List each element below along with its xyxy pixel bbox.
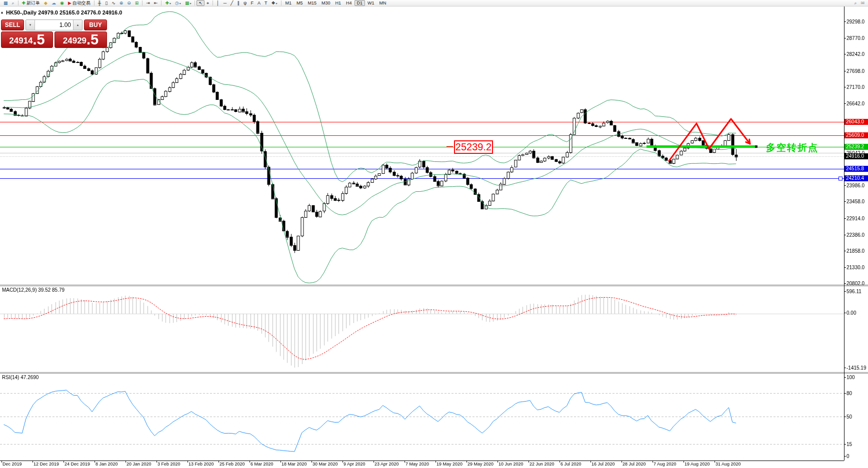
price-line-badge[interactable]: 24916.0 (844, 153, 868, 159)
search-icon[interactable]: ⌕ (852, 0, 858, 6)
timeframe-h4[interactable]: H4 (344, 0, 354, 6)
chevron-down-icon: ▾ (180, 1, 181, 5)
bar-chart-icon[interactable]: ╫ (96, 0, 103, 6)
price-axis-tick: 26642.0 (846, 101, 864, 106)
macd-label: MACD(12,26,9) 39.52 85.79 (2, 287, 64, 293)
price-level-label[interactable]: 25239.2 (454, 140, 493, 154)
chevron-down-icon: ▾ (190, 1, 191, 5)
timeframe-w1[interactable]: W1 (365, 0, 377, 6)
timeframe-m30[interactable]: M30 (319, 0, 333, 6)
timeframe-m15[interactable]: M15 (306, 0, 320, 6)
tile-windows-icon[interactable]: ⊞ (133, 0, 141, 6)
price-axis-tick: 28242.0 (846, 51, 864, 57)
timeframe-h1[interactable]: H1 (333, 0, 344, 6)
price-axis-tick: 21858.0 (846, 248, 864, 254)
fibonacci-icon[interactable]: F (248, 0, 256, 6)
highlighter-icon[interactable]: ◆ (42, 0, 50, 6)
date-axis-label: 29 May 2020 (468, 462, 494, 467)
chart-canvas[interactable] (0, 0, 868, 468)
date-axis-label: 13 Feb 2020 (188, 462, 214, 467)
trendline-icon[interactable]: ╱ (228, 0, 235, 6)
cursor-icon[interactable]: ↖ (196, 0, 204, 6)
horizontal-line-icon[interactable]: ─ (222, 0, 228, 6)
date-axis-label: 19 May 2020 (436, 462, 462, 467)
volume-stepper: ▾ 1.00 ▴ (26, 19, 82, 30)
pivot-note-text[interactable]: 多空转折点 (766, 141, 818, 154)
templates-button: ▦ (185, 0, 190, 5)
volume-up-button[interactable]: ▴ (73, 20, 82, 30)
trendline-icon: ╱ (230, 0, 233, 5)
toolbar-separator (142, 0, 142, 5)
sell-button[interactable]: SELL (1, 19, 24, 30)
price-line-badge[interactable]: 25609.0 (844, 132, 868, 138)
price-line-badge[interactable]: 24515.8 (844, 166, 868, 172)
toolbar-separator (18, 0, 18, 5)
date-axis-label: 25 Feb 2020 (220, 462, 245, 467)
crosshair-icon[interactable]: ⌖ (204, 0, 211, 6)
toolbar-separator (194, 0, 195, 5)
header-expander-icon[interactable]: ▴ (1, 10, 3, 14)
timeframe-mn[interactable]: MN (377, 0, 389, 6)
indicators-button[interactable]: ✚▾ (163, 0, 173, 6)
data-window-icon: ⌕ (12, 0, 14, 5)
equidistant-channel-icon[interactable]: ∥ (235, 0, 242, 6)
cloud-icon: ☁ (52, 0, 56, 5)
search-icon: ⌕ (854, 0, 856, 5)
periods-button: ◷ (175, 0, 179, 5)
rsi-axis-tick: 80 (846, 391, 852, 396)
volume-input[interactable]: 1.00 (35, 20, 73, 30)
date-axis-label: 20 Jan 2020 (126, 462, 152, 467)
candle-chart-icon[interactable]: ▯ (103, 0, 110, 6)
macd-axis-tick: -1415.19 (846, 365, 866, 371)
date-axis-label: 12 Dec 2019 (34, 462, 59, 467)
buy-button[interactable]: BUY (84, 19, 107, 30)
text-label-icon: T (264, 0, 268, 5)
zoom-out-icon[interactable]: ⊖ (125, 0, 133, 6)
templates-button[interactable]: ▦▾ (183, 0, 194, 6)
data-window-icon[interactable]: ⌕ (10, 0, 16, 6)
date-axis-label: 28 Jul 2020 (622, 462, 646, 467)
vertical-line-icon: │ (216, 0, 220, 5)
sell-price-tile[interactable]: 24914.5 (1, 31, 53, 48)
signals-icon[interactable]: ◉ (58, 0, 66, 6)
rsi-axis-tick: 15 (846, 442, 852, 447)
chart-windows-icon[interactable]: ▦ (2, 0, 10, 6)
vertical-line-icon[interactable]: │ (214, 0, 222, 6)
date-axis-label: 31 Aug 2020 (716, 462, 741, 467)
autotrade-button[interactable]: ▶自动交易 (66, 0, 92, 6)
cloud-icon[interactable]: ☁ (50, 0, 58, 6)
new-order-button: ✚ (22, 0, 26, 5)
line-chart-icon[interactable]: ∿ (110, 0, 118, 6)
timeframe-m5[interactable]: M5 (294, 0, 306, 6)
periods-button[interactable]: ◷▾ (173, 0, 183, 6)
bid-price-main: 24914 (9, 35, 32, 47)
chart-shift-icon: ⇤ (154, 0, 158, 5)
zoom-in-icon[interactable]: ⊕ (118, 0, 126, 6)
price-axis-tick: 22386.0 (846, 232, 864, 238)
andrews-pitchfork-icon: ψ (244, 0, 246, 5)
candle-chart-icon: ▯ (105, 0, 108, 5)
chart-shift-icon[interactable]: ⇤ (152, 0, 160, 6)
text-icon[interactable]: A (256, 0, 262, 6)
rsi-axis-tick: 50 (846, 414, 852, 420)
date-axis-label: 7 May 2020 (406, 462, 429, 467)
price-line-badge[interactable]: 24210.4 (844, 175, 868, 181)
andrews-pitchfork-icon[interactable]: ψ (242, 0, 248, 6)
horizontal-line-icon: ─ (224, 0, 226, 5)
price-line-badge[interactable]: 26043.0 (844, 119, 868, 125)
price-line-badge[interactable]: 25239.2 (844, 144, 868, 150)
text-label-icon[interactable]: T (262, 0, 270, 6)
timeframe-d1[interactable]: D1 (354, 0, 366, 6)
volume-down-button[interactable]: ▾ (26, 20, 35, 30)
text-icon: A (258, 0, 260, 5)
toolbar-separator (94, 0, 94, 5)
chat-icon[interactable]: ✉ (858, 0, 866, 6)
bar-chart-icon: ╫ (98, 0, 101, 5)
new-order-button[interactable]: ✚新订单 (20, 0, 42, 6)
arrows-icon[interactable]: ❖▾ (269, 0, 279, 6)
mt4-window: ▦⌕✚新订单◆☁◉▶自动交易╫▯∿⊕⊖⊞⇥⇤✚▾◷▾▦▾↖⌖│─╱∥ψFAT❖▾… (0, 0, 868, 468)
cursor-icon: ↖ (198, 0, 202, 5)
buy-price-tile[interactable]: 24929.5 (54, 31, 107, 48)
timeframe-m1[interactable]: M1 (283, 0, 294, 6)
auto-scroll-icon[interactable]: ⇥ (144, 0, 152, 6)
